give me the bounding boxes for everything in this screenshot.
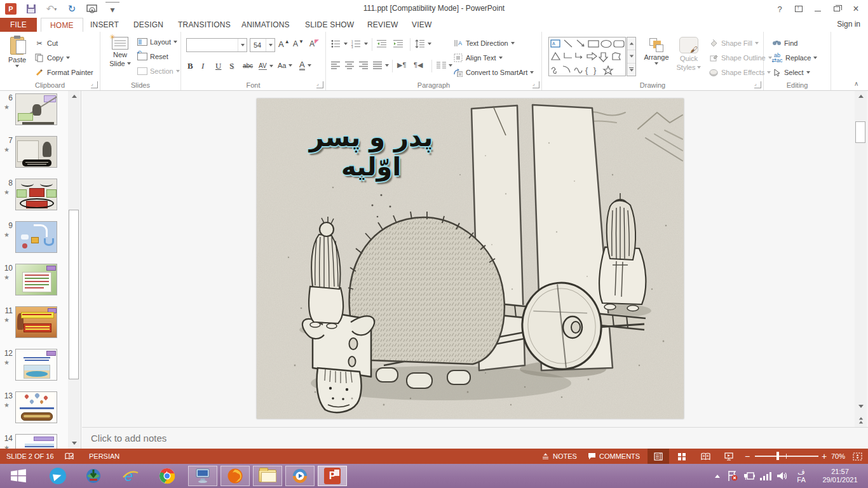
network-icon[interactable] [757,466,774,486]
tab-insert[interactable]: INSERT [81,18,128,32]
tab-design[interactable]: DESIGN [125,18,172,32]
tab-slide-show[interactable]: SLIDE SHOW [296,18,363,32]
clock[interactable]: 21:5729/01/2021 [815,466,865,486]
thumbnail-scrollbar[interactable] [68,91,80,449]
zoom-in-icon[interactable]: + [822,449,827,464]
tab-view[interactable]: VIEW [403,18,440,32]
notes-toggle-button[interactable]: NOTES [541,449,577,464]
tab-animations[interactable]: ANIMATIONS [233,18,299,32]
tab-home[interactable]: HOME [41,18,83,32]
arrange-button[interactable]: Arrange [641,38,672,65]
reset-button[interactable]: Reset [137,53,168,60]
paragraph-dialog-launcher[interactable]: ⌟ [532,81,539,88]
columns-button[interactable] [437,61,452,70]
convert-smartart-button[interactable]: Convert to SmartArt [453,67,534,78]
copy-button[interactable]: Copy [34,53,70,63]
shape-outline-button[interactable]: Shape Outline [709,53,772,63]
thumbnail-scroll-down[interactable] [68,438,80,449]
shrink-font-button[interactable]: A▼ [293,39,304,48]
editor-scrollbar[interactable] [855,91,867,447]
media-player-icon[interactable] [285,466,315,486]
clear-formatting-button[interactable]: A◤ [309,39,319,48]
align-center-button[interactable] [345,61,355,70]
font-size-combo[interactable]: 54 [250,38,275,52]
align-right-button[interactable] [359,61,369,70]
spellcheck-icon[interactable] [65,449,74,464]
tab-file[interactable]: FILE [0,18,37,32]
clipboard-dialog-launcher[interactable]: ⌟ [91,81,98,88]
grow-font-button[interactable]: A▲ [278,39,290,49]
shape-fill-button[interactable]: Shape Fill [709,38,759,48]
underline-button[interactable]: U [215,61,221,71]
flag-icon[interactable] [724,466,741,486]
line-spacing-button[interactable] [415,39,431,48]
restore-icon[interactable] [827,1,846,17]
align-left-button[interactable] [331,61,341,70]
help-icon[interactable]: ? [770,1,789,17]
notes-placeholder[interactable]: Click to add notes [91,433,166,444]
font-color-button[interactable]: A [299,60,311,71]
replace-button[interactable]: ab⇄ac Replace [771,53,817,63]
language-status[interactable]: PERSIAN [89,449,119,464]
quick-styles-button[interactable]: Quick Styles [674,37,703,71]
sign-in-link[interactable]: Sign in [837,20,860,29]
collapse-ribbon-icon[interactable]: ∧ [854,80,858,87]
shapes-gallery[interactable]: A {} [548,37,626,76]
zoom-slider-thumb[interactable] [776,452,779,460]
slide-sorter-view-button[interactable] [671,449,693,464]
increase-indent-button[interactable] [393,39,403,48]
italic-button[interactable]: I [201,61,204,71]
char-spacing-button[interactable]: AV [259,62,273,70]
text-shadow-button[interactable]: S [229,61,234,71]
new-slide-button[interactable]: New Slide [107,37,133,67]
editor-scroll-thumb[interactable] [855,121,865,143]
language-indicator[interactable]: فFA [792,466,811,486]
previous-slide-button[interactable] [855,415,867,426]
shape-effects-button[interactable]: Shape Effects [709,67,771,78]
justify-button[interactable] [373,61,389,70]
bullets-button[interactable] [331,39,348,48]
slide-title-text[interactable]: پدر و پسر اوّلیه [276,123,466,181]
section-button[interactable]: Section [137,67,180,75]
select-button[interactable]: Select [771,67,810,78]
editor-scroll-down[interactable] [855,401,867,412]
notes-pane[interactable]: Click to add notes [82,427,868,449]
numbering-button[interactable]: 123 [351,39,368,48]
thumbnail-scroll-up[interactable] [68,91,80,102]
reading-view-button[interactable] [695,449,716,464]
layout-button[interactable]: Layout [137,38,177,46]
shapes-scroll-up[interactable] [627,37,635,50]
comments-toggle-button[interactable]: COMMENTS [588,449,640,464]
chrome-icon[interactable] [153,466,182,486]
idm-icon[interactable] [79,466,108,486]
bold-button[interactable]: B [187,61,193,71]
change-case-button[interactable]: Aa [278,62,292,69]
power-icon[interactable] [741,466,757,486]
osk-icon[interactable] [188,466,217,486]
shapes-gallery-expand[interactable] [627,64,635,76]
slide-canvas[interactable]: پدر و پسر اوّلیه [257,98,684,419]
firefox-icon[interactable] [220,466,250,486]
font-dialog-launcher[interactable]: ⌟ [316,81,323,88]
slideshow-view-button[interactable] [718,449,740,464]
telegram-icon[interactable] [43,466,72,486]
ribbon-options-icon[interactable] [789,1,808,17]
tab-transitions[interactable]: TRANSITIONS [169,18,240,32]
decrease-indent-button[interactable] [377,39,387,48]
slide-number-status[interactable]: SLIDE 2 OF 16 [6,449,54,464]
zoom-slider[interactable] [755,456,818,457]
find-button[interactable]: Find [771,38,797,48]
volume-icon[interactable] [774,466,790,486]
fit-window-icon[interactable] [853,449,862,464]
ltr-direction-button[interactable]: ▶¶ [397,61,406,69]
font-name-combo[interactable] [186,38,247,52]
tab-review[interactable]: REVIEW [358,18,407,32]
tray-expand-icon[interactable] [710,466,724,486]
rtl-direction-button[interactable]: ¶◀ [414,61,423,69]
zoom-out-icon[interactable]: − [745,449,750,464]
drawing-dialog-launcher[interactable]: ⌟ [754,81,761,88]
cut-button[interactable]: ✂ Cut [34,38,58,48]
paste-button[interactable]: Paste [5,37,29,67]
normal-view-button[interactable] [648,449,669,464]
text-direction-button[interactable]: A Text Direction [453,38,515,48]
